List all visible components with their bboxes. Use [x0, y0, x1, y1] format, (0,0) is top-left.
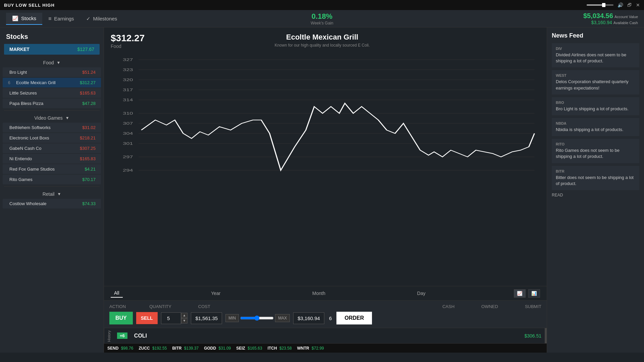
- close-icon[interactable]: ✕: [636, 2, 640, 8]
- sell-button[interactable]: SELL: [136, 312, 158, 324]
- stock-ecoltle[interactable]: 6 Ecoltle Mexican Grill $312.27: [3, 78, 101, 87]
- order-header: ACTION QUANTITY COST CASH OWNED SUBMIT: [109, 304, 541, 312]
- order-quantity-header: QUANTITY: [149, 304, 171, 309]
- ticker-bar: SEND $98.76 ZUCC $192.55 BITR $139.37 GO…: [104, 343, 547, 353]
- divider-2: [4, 186, 100, 187]
- stock-little-seizures[interactable]: Little Seizures $165.63: [3, 88, 101, 98]
- chart-category: Food: [111, 44, 145, 49]
- news-item-bitr: BITR Bitter does not seem to be shipping…: [552, 166, 639, 190]
- account-info: $5,034.56 Account Value $3,160.94 Availa…: [583, 12, 638, 25]
- divider-1: [4, 110, 100, 111]
- category-food-label: Food: [43, 60, 54, 65]
- ticker-wntr: WNTR $72.99: [297, 346, 324, 351]
- chart-tabs: All Year Month Day 📈 📊: [104, 286, 547, 300]
- market-label: MARKET: [9, 47, 30, 52]
- qty-down[interactable]: ▼: [181, 318, 188, 323]
- news-feed-title: News Feed: [552, 32, 639, 39]
- volume-slider[interactable]: [587, 4, 613, 6]
- svg-text:327: 327: [123, 58, 133, 62]
- chart-tab-month[interactable]: Month: [309, 289, 329, 297]
- order-button[interactable]: ORDER: [336, 312, 372, 324]
- category-food[interactable]: Food ▼: [0, 57, 104, 67]
- weeks-gain-percentage: 0.18%: [311, 12, 333, 21]
- ticker-send: SEND $98.76: [107, 346, 133, 351]
- max-button[interactable]: MAX: [275, 314, 290, 322]
- center-panel: $312.27 Food Ecoltle Mexican Grill Known…: [104, 27, 547, 353]
- tab-earnings[interactable]: ≡ Earnings: [42, 13, 80, 24]
- history-label: History: [104, 328, 114, 343]
- svg-text:314: 314: [123, 98, 133, 102]
- svg-text:301: 301: [123, 141, 133, 145]
- cost-display: $1,561.35: [191, 312, 222, 324]
- chart-tab-year[interactable]: Year: [208, 289, 224, 297]
- svg-text:320: 320: [123, 78, 133, 82]
- category-retail[interactable]: Retail ▼: [0, 189, 104, 198]
- account-value: $5,034.56: [583, 12, 613, 20]
- news-ticker-nbda: NBDA: [556, 121, 635, 125]
- news-ticker-bitr: BITR: [556, 169, 635, 173]
- category-videogames-label: Video Games: [34, 115, 63, 121]
- stock-costlow[interactable]: Costlow Wholesale $74.33: [3, 199, 101, 208]
- chart-svg-container: 327 323 320 317 314 310 307 304: [111, 53, 540, 181]
- stock-bro-light[interactable]: Bro Light $51.24: [3, 67, 101, 77]
- volume-icon[interactable]: 🔊: [618, 2, 623, 8]
- stock-rito[interactable]: Rito Games $70.17: [3, 175, 101, 184]
- news-item-bro: BRO Bro Light is shipping a lot of produ…: [552, 97, 639, 115]
- history-badge: +6: [117, 333, 127, 339]
- quantity-input[interactable]: [161, 312, 181, 324]
- left-panel: Stocks MARKET $127.67 Food ▼ Bro Light $…: [0, 27, 104, 353]
- svg-text:294: 294: [123, 168, 133, 172]
- stock-red-fox[interactable]: Red Fox Game Studios $4.21: [3, 164, 101, 174]
- tab-stocks[interactable]: 📈 Stocks: [6, 13, 42, 25]
- market-row[interactable]: MARKET $127.67: [4, 44, 100, 55]
- stock-ni-entiendo[interactable]: Ni Entiendo $165.83: [3, 154, 101, 164]
- navbar: 📈 Stocks ≡ Earnings ✓ Milestones 0.18% W…: [0, 10, 644, 27]
- buy-button[interactable]: BUY: [109, 312, 133, 324]
- news-text-div: Divided Airlines does not seem to be shi…: [556, 52, 635, 64]
- stock-gaben[interactable]: GabeN Cash Co $307.25: [3, 143, 101, 153]
- stock-papa-bless[interactable]: Papa Bless Pizza $47.28: [3, 99, 101, 108]
- quantity-spinner[interactable]: ▲ ▼: [181, 313, 188, 323]
- owned-display: 6: [328, 313, 333, 324]
- history-ticker: COLI: [134, 333, 147, 339]
- news-ticker-bro: BRO: [556, 101, 635, 105]
- chart-tab-all[interactable]: All: [111, 289, 123, 298]
- stock-bethlehem[interactable]: Bethlehem Softworks $31.02: [3, 123, 101, 132]
- available-cash: $3,160.94: [591, 20, 612, 25]
- svg-text:297: 297: [123, 155, 133, 159]
- available-cash-label: Available Cash: [613, 21, 638, 25]
- stock-electronic-loot[interactable]: Electronic Loot Boxs $218.21: [3, 133, 101, 143]
- chart-tab-day[interactable]: Day: [414, 289, 429, 297]
- qty-up[interactable]: ▲: [181, 313, 188, 318]
- ticker-zucc: ZUCC $192.55: [139, 346, 167, 351]
- cost-slider-group[interactable]: MIN MAX: [225, 314, 290, 322]
- history-row: +6 COLI $306.51: [114, 328, 545, 343]
- tab-milestones[interactable]: ✓ Milestones: [80, 13, 123, 24]
- ticker-itch: ITCH $23.58: [268, 346, 292, 351]
- cost-slider[interactable]: [240, 315, 274, 321]
- chart-area: $312.27 Food Ecoltle Mexican Grill Known…: [104, 27, 547, 286]
- svg-text:317: 317: [123, 88, 133, 92]
- order-row: BUY SELL ▲ ▼ $1,561.35 MIN MAX $3,160.94…: [109, 312, 541, 324]
- news-text-nbda: Nbidia is shipping a lot of products.: [556, 127, 635, 133]
- earnings-icon: ≡: [48, 16, 51, 22]
- order-section: ACTION QUANTITY COST CASH OWNED SUBMIT B…: [104, 300, 547, 328]
- ticker-godd: GODD $31.09: [204, 346, 231, 351]
- bar-chart-icon[interactable]: 📊: [528, 289, 540, 298]
- read-more-link[interactable]: READ: [552, 193, 639, 197]
- news-text-rito: Rito Games does not seem to be shipping …: [556, 147, 635, 160]
- chart-view-icons: 📈 📊: [514, 289, 540, 298]
- chart-price: $312.27: [111, 33, 145, 44]
- category-retail-label: Retail: [43, 191, 55, 197]
- chevron-down-icon: ▼: [57, 60, 61, 65]
- restore-icon[interactable]: 🗗: [627, 2, 632, 8]
- svg-text:323: 323: [123, 68, 133, 72]
- svg-text:307: 307: [123, 121, 133, 125]
- news-text-bitr: Bitter does not seem to be shipping a lo…: [556, 175, 635, 187]
- weeks-gain-display: 0.18% Week's Gain: [311, 12, 333, 25]
- stock-chart-svg: 327 323 320 317 314 310 307 304: [111, 53, 540, 180]
- category-videogames[interactable]: Video Games ▼: [0, 113, 104, 122]
- svg-text:310: 310: [123, 111, 133, 115]
- line-chart-icon[interactable]: 📈: [514, 289, 526, 298]
- min-button[interactable]: MIN: [225, 314, 239, 322]
